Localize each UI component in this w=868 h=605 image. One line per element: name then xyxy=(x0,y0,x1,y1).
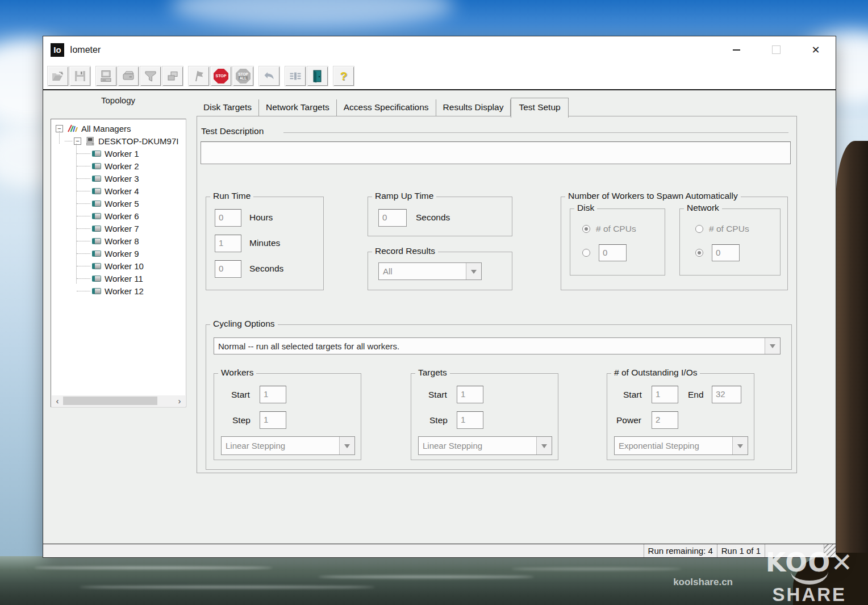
tree-item-worker[interactable]: Worker 8 xyxy=(51,235,186,247)
test-description-input[interactable] xyxy=(201,141,791,164)
chevron-down-icon xyxy=(737,444,743,451)
duplicate-worker-button[interactable] xyxy=(162,66,183,86)
tab-network-targets[interactable]: Network Targets xyxy=(259,99,337,116)
topology-tree[interactable]: − All Managers − DESKTOP-DKUM97I Worker … xyxy=(51,119,186,407)
ramp-up-group: Ramp Up Time 0 Seconds xyxy=(368,197,512,236)
tab-results-display[interactable]: Results Display xyxy=(436,99,511,116)
maximize-button[interactable] xyxy=(756,36,796,63)
scroll-left-icon[interactable]: ‹ xyxy=(52,396,63,406)
outstanding-ios-group: # of Outstanding I/Os Start 1 End 32 Pow… xyxy=(607,373,754,460)
client-area: Topology − All Managers − DESKTOP-DKUM97… xyxy=(43,90,836,544)
window-title: Iometer xyxy=(70,45,101,55)
stop-test-button[interactable]: STOP xyxy=(210,66,232,86)
collapse-icon[interactable]: − xyxy=(74,137,81,145)
open-test-file-button[interactable] xyxy=(47,66,69,86)
record-results-value: All xyxy=(379,263,466,279)
targets-step-input[interactable]: 1 xyxy=(457,411,483,429)
workers-stepping-dropdown[interactable]: Linear Stepping xyxy=(221,436,355,455)
workers-start-label: Start xyxy=(231,390,250,400)
cycling-mode-dropdown[interactable]: Normal -- run all selected targets for a… xyxy=(214,337,781,354)
tree-item-worker[interactable]: Worker 1 xyxy=(51,147,186,160)
dropdown-button[interactable] xyxy=(765,338,780,354)
targets-start-input[interactable]: 1 xyxy=(457,386,483,403)
tree-item-manager[interactable]: − DESKTOP-DKUM97I xyxy=(51,135,186,147)
targets-stepping-dropdown[interactable]: Linear Stepping xyxy=(418,436,552,455)
tree-item-worker[interactable]: Worker 7 xyxy=(51,222,186,235)
spawn-network-group: Network # of CPUs 0 xyxy=(679,208,781,276)
dropdown-button[interactable] xyxy=(536,437,552,454)
tab-access-specifications[interactable]: Access Specifications xyxy=(337,99,436,116)
ios-end-input[interactable]: 32 xyxy=(712,386,741,403)
exit-button[interactable] xyxy=(307,66,328,86)
tab-test-setup[interactable]: Test Setup xyxy=(511,98,568,118)
ios-power-input[interactable]: 2 xyxy=(652,411,678,429)
dropdown-button[interactable] xyxy=(466,263,481,279)
tree-item-worker[interactable]: Worker 2 xyxy=(51,160,186,172)
start-disk-worker-button[interactable] xyxy=(118,66,139,86)
minutes-label: Minutes xyxy=(249,238,280,248)
tree-item-worker[interactable]: Worker 10 xyxy=(51,260,186,272)
dropdown-button[interactable] xyxy=(339,437,354,454)
run-time-hours-input[interactable]: 0 xyxy=(215,209,241,227)
save-test-file-button[interactable] xyxy=(69,66,91,86)
status-bar: Run remaining: 4 Run 1 of 1 xyxy=(43,544,836,557)
ramp-up-label: Ramp Up Time xyxy=(372,191,436,201)
tree-item-worker[interactable]: Worker 6 xyxy=(51,210,186,222)
workers-start-input[interactable]: 1 xyxy=(260,386,286,403)
start-new-manager-button[interactable] xyxy=(95,66,117,86)
tree-label: Worker 8 xyxy=(105,236,139,246)
titlebar: Io Iometer ✕ xyxy=(43,36,836,63)
start-tests-button[interactable] xyxy=(188,66,210,86)
dropdown-button[interactable] xyxy=(732,437,748,454)
cycling-mode-value: Normal -- run all selected targets for a… xyxy=(214,338,765,354)
minimize-button[interactable] xyxy=(716,36,756,63)
record-results-dropdown[interactable]: All xyxy=(378,262,482,280)
scroll-right-icon[interactable]: › xyxy=(174,396,185,406)
tree-item-worker[interactable]: Worker 12 xyxy=(51,285,186,297)
network-cpus-radio[interactable] xyxy=(695,225,703,233)
maximize-icon xyxy=(772,45,781,54)
ios-start-label: Start xyxy=(623,390,642,400)
tab-strip: Disk Targets Network Targets Access Spec… xyxy=(197,98,569,116)
ios-end-label: End xyxy=(688,390,704,400)
disk-cpus-radio[interactable] xyxy=(582,225,590,233)
tree-horizontal-scrollbar[interactable]: ‹ › xyxy=(52,395,185,406)
tree-item-worker[interactable]: Worker 11 xyxy=(51,272,186,285)
tree-item-all-managers[interactable]: − All Managers xyxy=(51,122,186,135)
save-icon xyxy=(73,69,87,83)
stop-all-tests-button[interactable]: STOPALL xyxy=(232,66,254,86)
ios-stepping-dropdown[interactable]: Exponential Stepping xyxy=(614,436,748,455)
spawn-workers-group: Number of Workers to Spawn Automatically… xyxy=(561,197,788,290)
network-count-input[interactable]: 0 xyxy=(712,244,740,261)
tree-item-worker[interactable]: Worker 5 xyxy=(51,197,186,210)
start-network-worker-button[interactable] xyxy=(140,66,161,86)
tree-label: Worker 10 xyxy=(105,261,144,271)
network-count-radio[interactable] xyxy=(695,249,703,257)
about-help-button[interactable]: ? xyxy=(333,66,354,86)
workers-step-input[interactable]: 1 xyxy=(260,411,286,429)
chevron-down-icon xyxy=(344,444,350,451)
disk-drive-icon xyxy=(122,69,135,83)
close-button[interactable]: ✕ xyxy=(796,36,836,63)
test-setup-pane: Test Description Run Time 0 Hours 1 Minu… xyxy=(197,116,797,473)
worker-icon xyxy=(92,213,101,219)
network-cpus-label: # of CPUs xyxy=(709,224,749,234)
run-time-seconds-input[interactable]: 0 xyxy=(215,260,241,278)
tree-label: Worker 5 xyxy=(105,199,139,208)
disk-count-radio[interactable] xyxy=(582,249,590,257)
tab-disk-targets[interactable]: Disk Targets xyxy=(197,99,259,116)
hours-label: Hours xyxy=(249,212,273,223)
show-connections-button[interactable] xyxy=(285,66,306,86)
scrollbar-thumb[interactable] xyxy=(63,397,157,405)
worker-icon xyxy=(92,226,101,232)
ramp-up-seconds-input[interactable]: 0 xyxy=(378,209,407,227)
disk-count-input[interactable]: 0 xyxy=(599,244,627,261)
reset-workers-button[interactable] xyxy=(258,66,280,86)
app-logo-icon: Io xyxy=(51,43,64,57)
run-time-minutes-input[interactable]: 1 xyxy=(215,235,241,252)
tree-item-worker[interactable]: Worker 4 xyxy=(51,185,186,197)
run-time-group: Run Time 0 Hours 1 Minutes 0 Seconds xyxy=(206,197,324,290)
tree-item-worker[interactable]: Worker 9 xyxy=(51,247,186,260)
tree-item-worker[interactable]: Worker 3 xyxy=(51,172,186,185)
ios-start-input[interactable]: 1 xyxy=(652,386,678,403)
